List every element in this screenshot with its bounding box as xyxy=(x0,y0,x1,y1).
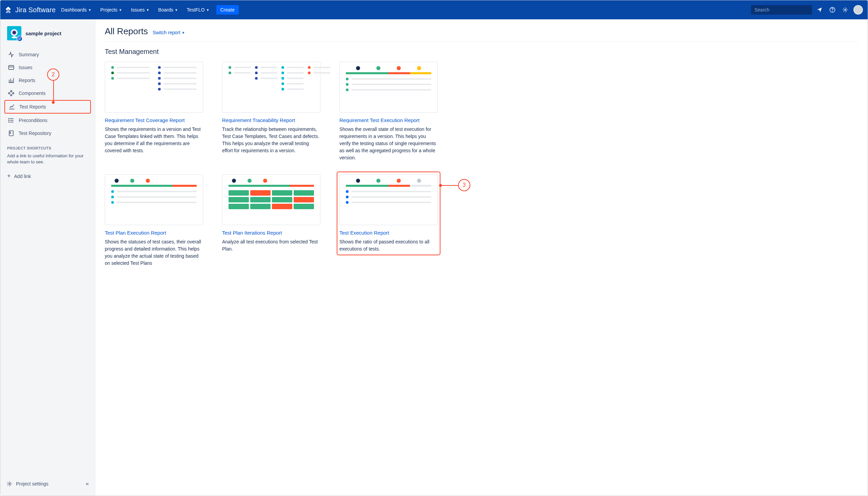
brand-name: Jira Software xyxy=(15,6,56,14)
jira-logo[interactable]: Jira Software xyxy=(4,6,56,14)
settings-icon[interactable] xyxy=(840,4,851,15)
svg-point-23 xyxy=(9,483,11,485)
report-card-traceability: Requirement Traceability Report Track th… xyxy=(222,62,321,161)
chevron-down-icon: ▼ xyxy=(182,31,185,35)
chevron-down-icon: ▼ xyxy=(175,8,178,12)
report-description: Track the relationship between requireme… xyxy=(222,126,321,154)
add-link-label: Add link xyxy=(14,174,31,179)
plus-icon: + xyxy=(7,173,11,180)
chevron-down-icon: ▼ xyxy=(88,8,92,12)
project-header[interactable]: sample project xyxy=(4,25,91,44)
project-settings-link[interactable]: Project settings xyxy=(6,481,48,487)
report-title-link[interactable]: Test Plan Iterations Report xyxy=(222,230,321,236)
feedback-icon[interactable] xyxy=(814,4,825,15)
top-navigation-bar: Jira Software Dashboards▼ Projects▼ Issu… xyxy=(0,0,868,19)
sidebar-item-label: Summary xyxy=(19,52,39,57)
main-content: All Reports Switch report ▼ Test Managem… xyxy=(95,19,868,496)
annotation-dot xyxy=(52,101,55,104)
svg-point-22 xyxy=(10,133,11,134)
collapse-sidebar-button[interactable]: « xyxy=(86,481,89,487)
issues-icon xyxy=(8,64,15,71)
repository-icon xyxy=(8,130,15,137)
nav-projects[interactable]: Projects▼ xyxy=(97,4,125,15)
report-card-req-execution: Requirement Test Execution Report Shows … xyxy=(339,62,438,161)
sidebar-item-preconditions[interactable]: Preconditions xyxy=(4,114,91,126)
annotation-line xyxy=(53,81,54,101)
svg-point-3 xyxy=(832,11,833,12)
nav-testflo[interactable]: TestFLO▼ xyxy=(183,4,213,15)
report-card-test-execution: Test Execution Report Shows the ratio of… xyxy=(339,174,438,267)
annotation-marker-3: 3 xyxy=(458,179,470,191)
sidebar-item-label: Reports xyxy=(19,78,35,83)
report-thumbnail[interactable] xyxy=(105,62,203,112)
report-thumbnail[interactable] xyxy=(339,174,438,225)
project-sidebar: sample project Summary Issues Reports xyxy=(0,19,95,496)
report-title-link[interactable]: Test Plan Execution Report xyxy=(105,230,203,236)
report-description: Shows the overall state of test executio… xyxy=(339,126,438,161)
help-icon[interactable] xyxy=(827,4,838,15)
report-title-link[interactable]: Test Execution Report xyxy=(339,230,438,236)
report-title-link[interactable]: Requirement Test Execution Report xyxy=(339,117,438,123)
report-description: Shows the ratio of passed executions to … xyxy=(339,238,438,252)
svg-rect-9 xyxy=(18,37,21,38)
report-card-coverage: Requirement Test Coverage Report Shows t… xyxy=(105,62,203,161)
shortcuts-heading: PROJECT SHORTCUTS xyxy=(7,146,88,150)
project-settings-label: Project settings xyxy=(16,481,48,486)
sidebar-item-label: Test Reports xyxy=(19,104,46,109)
report-thumbnail[interactable] xyxy=(339,62,438,112)
sidebar-item-label: Preconditions xyxy=(19,118,47,123)
project-avatar-icon xyxy=(7,26,21,40)
chevron-down-icon: ▼ xyxy=(206,8,210,12)
sidebar-item-label: Test Repository xyxy=(19,130,51,136)
report-thumbnail[interactable] xyxy=(222,62,321,112)
profile-avatar[interactable] xyxy=(853,4,864,15)
nav-issues[interactable]: Issues▼ xyxy=(127,4,153,15)
svg-rect-12 xyxy=(9,65,14,69)
shortcuts-description: Add a link to useful information for you… xyxy=(7,153,88,165)
sidebar-item-summary[interactable]: Summary xyxy=(4,48,91,61)
section-heading: Test Management xyxy=(105,48,858,56)
chevron-down-icon: ▼ xyxy=(119,8,122,12)
chart-line-icon xyxy=(9,104,15,110)
jira-logo-icon xyxy=(4,6,13,14)
search-input[interactable] xyxy=(755,7,814,13)
chart-icon xyxy=(8,77,15,84)
svg-point-8 xyxy=(12,36,17,38)
sidebar-item-label: Components xyxy=(19,91,45,96)
report-thumbnail[interactable] xyxy=(222,174,321,225)
svg-rect-10 xyxy=(18,38,21,38)
sidebar-item-components[interactable]: Components xyxy=(4,87,91,99)
report-title-link[interactable]: Requirement Traceability Report xyxy=(222,117,321,123)
chevron-down-icon: ▼ xyxy=(146,8,150,12)
component-icon xyxy=(8,90,15,97)
report-description: Shows the requirements in a version and … xyxy=(105,126,203,154)
create-button[interactable]: Create xyxy=(216,5,239,15)
page-title: All Reports xyxy=(105,26,148,36)
report-description: Shows the statuses of test cases, their … xyxy=(105,238,203,267)
annotation-marker-2: 2 xyxy=(47,68,59,81)
list-icon xyxy=(8,117,15,124)
annotation-line xyxy=(440,185,458,186)
search-box[interactable] xyxy=(751,5,812,15)
gear-icon xyxy=(6,481,13,487)
report-thumbnail[interactable] xyxy=(105,174,203,225)
activity-icon xyxy=(8,51,15,58)
report-card-plan-execution: Test Plan Execution Report Shows the sta… xyxy=(105,174,203,267)
svg-point-17 xyxy=(9,118,10,119)
sidebar-item-test-reports[interactable]: Test Reports xyxy=(4,100,91,113)
annotation-highlight-3: Test Execution Report Shows the ratio of… xyxy=(337,172,440,255)
nav-dashboards[interactable]: Dashboards▼ xyxy=(58,4,95,15)
report-title-link[interactable]: Requirement Test Coverage Report xyxy=(105,117,203,123)
page-header: All Reports Switch report ▼ xyxy=(105,26,858,42)
report-description: Analyze all test executions from selecte… xyxy=(222,238,321,252)
svg-rect-11 xyxy=(18,39,20,40)
sidebar-item-test-repository[interactable]: Test Repository xyxy=(4,127,91,139)
svg-point-21 xyxy=(10,132,11,133)
report-card-iterations: Test Plan Iterations Report Analyze all … xyxy=(222,174,321,267)
nav-boards[interactable]: Boards▼ xyxy=(155,4,181,15)
svg-point-19 xyxy=(9,122,10,122)
add-link-button[interactable]: + Add link xyxy=(4,171,91,182)
svg-point-18 xyxy=(9,120,10,121)
switch-report-link[interactable]: Switch report ▼ xyxy=(153,30,185,35)
svg-point-4 xyxy=(844,9,846,11)
